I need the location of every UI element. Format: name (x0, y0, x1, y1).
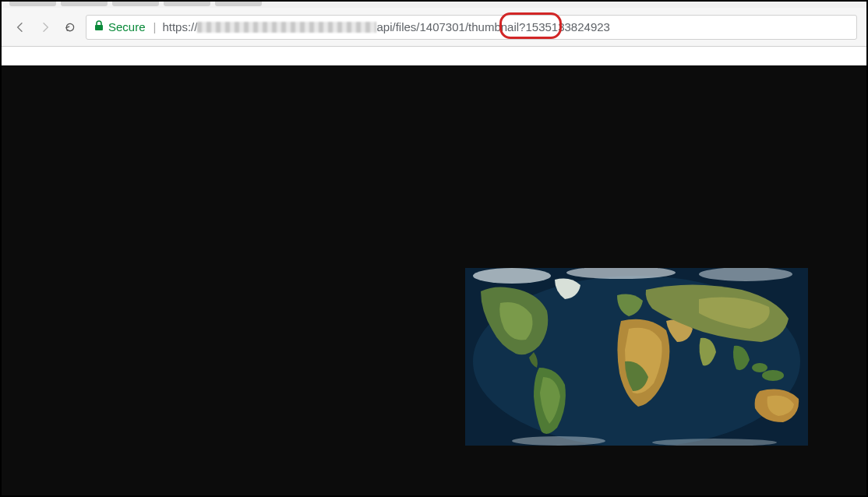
forward-button[interactable] (36, 18, 55, 37)
tab-strip (2, 2, 866, 8)
tab-stub[interactable] (61, 2, 108, 6)
forward-arrow-icon (39, 21, 51, 33)
url-path-after: /thumbnail?1535133824923 (465, 20, 610, 33)
content-top-gap (2, 47, 866, 65)
svg-point-8 (512, 436, 605, 446)
thumbnail-image (465, 268, 808, 446)
content-area (2, 65, 866, 497)
back-arrow-icon (14, 21, 26, 33)
svg-rect-0 (95, 25, 103, 30)
secure-label: Secure (108, 20, 146, 33)
address-bar[interactable]: Secure | https:// api/files/ 1407301 /th… (86, 15, 857, 40)
tab-stub[interactable] (164, 2, 210, 6)
tab-stub[interactable] (9, 2, 56, 6)
reload-icon (64, 21, 76, 33)
browser-toolbar: Secure | https:// api/files/ 1407301 /th… (2, 8, 866, 47)
url-obscured-host (197, 22, 376, 33)
back-button[interactable] (11, 18, 30, 37)
svg-point-6 (752, 363, 767, 372)
url-separator: | (153, 20, 157, 33)
svg-point-3 (473, 268, 551, 284)
url-path-before: api/files/ (376, 20, 419, 33)
svg-point-7 (762, 370, 784, 381)
url-scheme: https:// (162, 20, 197, 33)
lock-icon (94, 20, 104, 33)
url-file-id: 1407301 (420, 20, 465, 33)
reload-button[interactable] (61, 18, 79, 37)
tab-stub[interactable] (112, 2, 159, 6)
world-map-icon (465, 268, 808, 446)
tab-stub[interactable] (215, 2, 262, 6)
